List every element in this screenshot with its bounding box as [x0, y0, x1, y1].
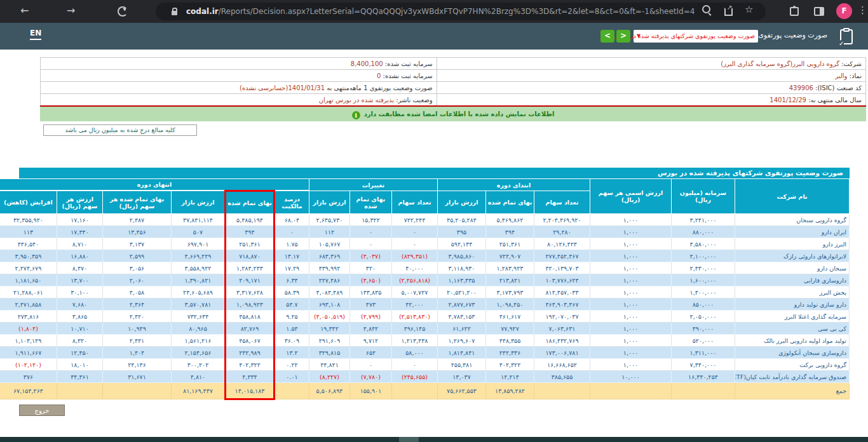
value-cell: ۰	[391, 359, 437, 371]
value-cell: ۲۵۵,۳۸۱	[437, 359, 485, 371]
url-text[interactable]: codal.ir/Reports/Decision.aspx?LetterSer…	[186, 7, 695, 16]
column-header: سرمایه (میلیون ریال)	[672, 179, 735, 214]
value-cell: ۱۴۳,۸۳۵	[349, 286, 391, 298]
value-cell	[590, 383, 672, 399]
value-cell: ۴۲۰,۱۳۹,۷۰۳	[534, 262, 590, 274]
value-cell: ۱۳,۸۵۹,۲۸۲	[486, 383, 534, 399]
scrollbar-thumb[interactable]	[399, 437, 419, 442]
browser-menu-icon[interactable]: ⋮	[858, 4, 867, 16]
bookmark-star-icon[interactable]: ☆	[745, 4, 753, 15]
horizontal-scrollbar[interactable]	[0, 437, 868, 442]
value-cell: ۴,۵۸۰,۰۰۰	[672, 238, 735, 250]
report-type-label: صورت وضعیت پورتفوی	[758, 31, 827, 39]
table-row: پخش البرز۱,۴۰۰,۰۰۰۱,۰۰۰۸۱۲,۴۵۷,۰۳۳۳,۱۷۳,…	[0, 286, 850, 298]
reload-icon[interactable]	[118, 6, 128, 17]
value-cell: ۱,۲۸۴,۲۴۳	[225, 262, 274, 274]
value-cell: ۲,۰۵۰,۰۰۰	[672, 311, 735, 323]
value-cell: (۱,۸۰۴)	[0, 323, 57, 335]
column-header: بهای تمام شده	[225, 191, 274, 214]
exit-button[interactable]: خروج	[19, 405, 65, 416]
value-cell: ۳۷,۸۴۱,۱۱۴	[171, 214, 225, 226]
value-cell: ۱,۹۱۱,۶۶۷	[0, 347, 57, 359]
table-row: صندوق سرمایه گذاری بادرآمد ثابت کیان(ETF…	[0, 371, 850, 383]
value-cell: ۳۰۰,۲۰۲	[171, 359, 225, 371]
lock-icon[interactable]	[172, 11, 177, 15]
value-cell: ۶.۳۴	[274, 274, 309, 286]
profile-avatar[interactable]: F	[836, 3, 852, 19]
company-name-cell: جمع	[735, 383, 850, 399]
value-cell: ۳۲,۳۵۵,۹۲۰	[0, 214, 57, 226]
address-bar[interactable]: codal.ir/Reports/Decision.aspx?LetterSer…	[156, 3, 766, 20]
value-cell: ۴,۰۸۴,۴۸۹	[309, 286, 349, 298]
value-cell: ۱۳,۷۰۰	[57, 274, 102, 286]
value-cell: ۶۸۳,۳۶۹	[309, 250, 349, 262]
value-cell: (۸,۲۲۷)	[309, 371, 349, 383]
value-cell: ۱,۱۶۳,۳۳۵	[437, 274, 485, 286]
value-cell: ۲۴۲,۳۳۶	[486, 347, 534, 359]
extensions-icon[interactable]	[790, 7, 799, 16]
zoom-icon[interactable]	[702, 5, 710, 13]
value-cell: ۰	[391, 226, 437, 238]
value-cell: ۳۰,۱۰۰	[57, 286, 102, 298]
value-cell: ۲۴,۱۳۶	[102, 359, 171, 371]
value-cell: ۲,۴۷۱,۸۵۸	[0, 298, 57, 311]
value-cell: ۱,۱۰۳,۱۴۹	[0, 335, 57, 347]
prev-report-button[interactable]: <	[600, 30, 614, 43]
value-cell: ۱,۱۸۱,۶۵۰	[0, 274, 57, 286]
value-cell: ۴۷۳	[349, 298, 391, 311]
value-cell: ۱,۴۰۰,۰۰۰	[672, 286, 735, 298]
table-row: کی بی سی۴۹۰,۰۰۰۱,۰۰۰۷,۰۶۳,۶۳۱۷۷,۹۲۷۶۱,۶۲…	[0, 323, 850, 335]
value-cell: ۶۸.۰۴	[274, 214, 309, 226]
value-cell: ۷۳۲,۶۳۴	[171, 311, 225, 323]
value-cell: ۸۲,۷۶۹	[225, 323, 274, 335]
language-link[interactable]: EN	[30, 29, 41, 40]
value-cell: ۱۶,۸۸۰	[57, 250, 102, 262]
table-row: ایران دارو۸۸۰,۰۰۰۱,۰۰۰۲۹,۲۸۰۳۹۴۳۹۵۰۰۱۱۲۰…	[0, 226, 850, 238]
back-icon[interactable]: ←	[20, 4, 29, 18]
report-dropdown[interactable]: ▼ صورت وضعیت پورتفوی شرکتهای پذیرفته شده…	[634, 30, 758, 43]
value-cell: ۱۶,۶۶۸,۶۵۲	[534, 359, 590, 371]
value-cell: ۱۱۳	[0, 226, 57, 238]
info-cell: سرمایه ثبت نشده: 0	[41, 70, 437, 82]
value-cell: ۰	[349, 226, 391, 238]
next-report-button[interactable]: >	[616, 30, 630, 43]
value-cell: ۳۴,۳۶۱	[57, 371, 102, 383]
value-cell: ۱,۲۸۳,۹۲۳	[486, 262, 534, 274]
table-row: سرمایه گذاری اعتلا البرز۲,۰۵۰,۰۰۰۱,۰۰۰۱۹…	[0, 311, 850, 323]
info-cell: وضعیت ناشر: پذیرفته شده در بورس تهران	[41, 94, 437, 106]
value-cell: ۱,۳۱۱,۰۰۰	[672, 347, 735, 359]
value-cell: ۱۰,۹۴۹	[102, 323, 171, 335]
forward-icon[interactable]: →	[67, 4, 75, 18]
value-cell: ۵,۴۶۹,۸۶۲	[486, 214, 534, 226]
side-panel-icon[interactable]	[814, 7, 824, 16]
value-cell: ۳۱,۶۷۱	[102, 371, 171, 383]
value-cell: ۵۹۲,۱۳۴	[437, 238, 485, 250]
value-cell: ۶۱,۶۲۲	[437, 323, 485, 335]
value-cell: ۱.۷۵	[274, 238, 309, 250]
value-cell: ۱,۰۰۰	[590, 311, 672, 323]
report-dropdown-value: صورت وضعیت پورتفوی شرکتهای پذیرفته شده د…	[613, 32, 755, 39]
amounts-note: کلیه مبالغ درج شده به میلیون ریال می باش…	[43, 124, 197, 136]
company-name-cell: پخش البرز	[735, 286, 850, 298]
column-header: بهای تمام شده	[486, 191, 534, 214]
table-row: سبحان دارو۲,۴۳۰,۰۰۰۱,۰۰۰۴۲۰,۱۳۹,۷۰۳۱,۲۸۳…	[0, 262, 850, 274]
value-cell: (۲۴۵,۶۵۵)	[391, 371, 437, 383]
value-cell: ۲۵۱,۳۶۱	[486, 238, 534, 250]
column-header: ارزش بازار	[309, 191, 349, 214]
value-cell: (۱۰۲,۱۲۰)	[0, 359, 57, 371]
share-icon[interactable]	[724, 8, 733, 16]
value-cell: ۸,۷۱۰	[57, 238, 102, 250]
value-cell: ۱۷,۳۴۰	[57, 226, 102, 238]
value-cell: ۳۶.۰۹	[274, 335, 309, 347]
value-cell: ۱,۰۰۰	[590, 286, 672, 298]
portfolio-section: صورت وضعیت پورتفوی شرکتهای پذیرفته شده د…	[19, 168, 850, 400]
value-cell: ۱,۰۰۰	[590, 323, 672, 335]
value-cell: ۱۴,۰۱۵,۱۸۳	[225, 383, 274, 399]
table-row: داروسازی سبحان آنکولوژی۱,۳۱۱,۰۰۰۱,۰۰۰۱۷۳…	[0, 347, 850, 359]
table-row: دارو سازی تولید دارو۸۵۰,۰۰۰۱,۰۰۰۴۶۴,۹۰۳,…	[0, 298, 850, 311]
value-cell: ۱۸۶,۴۳۲,۷۶۹	[534, 335, 590, 347]
column-header: ارزش بازار	[437, 191, 485, 214]
portfolio-table-title: صورت وضعیت پورتفوی شرکتهای پذیرفته شده د…	[19, 168, 850, 178]
company-name-cell: گروه دارویی برکت	[735, 359, 850, 371]
value-cell: ۲,۰۶۰	[102, 274, 171, 286]
